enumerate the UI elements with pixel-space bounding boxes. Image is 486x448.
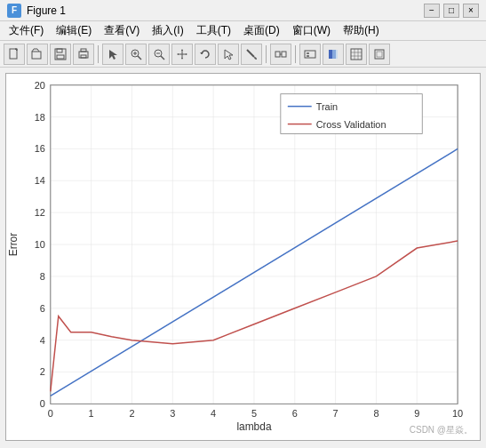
svg-rect-4 [57,49,62,52]
separator-2 [266,45,267,63]
legend-train-label: Train [316,101,339,112]
svg-line-11 [138,56,141,60]
svg-marker-19 [177,53,179,55]
x-tick-5: 5 [251,408,257,419]
svg-rect-5 [57,55,64,59]
x-axis-label: lambda [236,420,272,433]
y-tick-4: 4 [40,335,45,346]
zoom-in-button[interactable] [125,44,147,65]
new-button[interactable] [4,44,25,65]
colorbar-button[interactable] [323,44,344,65]
x-tick-1: 1 [89,408,94,419]
insert-legend-button[interactable] [299,44,321,65]
x-tick-6: 6 [292,408,298,419]
svg-marker-20 [186,53,187,55]
x-tick-0: 0 [48,408,53,419]
zoom-out-button[interactable] [148,44,170,65]
axes-button[interactable] [369,44,390,65]
x-tick-3: 3 [170,408,175,419]
app-icon: F [7,4,21,18]
svg-rect-8 [81,55,86,58]
svg-marker-22 [225,50,233,60]
menu-edit[interactable]: 编辑(E) [51,21,97,40]
y-axis-label: Error [7,233,20,257]
minimize-button[interactable]: − [424,4,440,18]
y-tick-6: 6 [40,303,45,314]
title-bar: F Figure 1 − □ × [0,0,486,21]
menu-view[interactable]: 查看(V) [99,21,145,40]
y-tick-18: 18 [35,112,45,123]
svg-rect-7 [81,49,86,52]
window-controls: − □ × [424,4,479,18]
svg-line-23 [247,50,254,57]
link-button[interactable] [270,44,291,65]
grid-button[interactable] [346,44,367,65]
save-button[interactable] [50,44,71,65]
svg-rect-2 [32,52,41,59]
y-tick-2: 2 [40,366,45,377]
y-tick-16: 16 [35,143,45,154]
pointer-button[interactable] [102,44,123,65]
y-tick-10: 10 [35,239,45,250]
y-tick-8: 8 [40,271,45,282]
chart-container: 0 1 2 3 4 5 6 7 8 9 10 lambda 0 2 4 6 8 [6,74,480,440]
brush-button[interactable] [241,44,262,65]
svg-rect-27 [305,51,315,58]
svg-rect-25 [282,52,286,57]
separator-3 [295,45,296,63]
svg-rect-32 [336,50,338,59]
svg-rect-24 [275,52,280,57]
svg-rect-31 [332,50,336,59]
svg-rect-33 [351,49,362,60]
menu-tools[interactable]: 工具(T) [191,21,236,40]
menu-desktop[interactable]: 桌面(D) [238,21,285,40]
toolbar [0,41,486,68]
y-tick-20: 20 [35,80,45,91]
svg-marker-21 [200,52,203,54]
svg-marker-9 [109,50,117,60]
svg-rect-0 [10,49,17,59]
menu-insert[interactable]: 插入(I) [147,21,188,40]
x-tick-10: 10 [452,408,463,419]
x-tick-7: 7 [333,408,339,419]
close-button[interactable]: × [463,4,479,18]
x-tick-4: 4 [211,408,216,419]
svg-marker-18 [181,58,183,60]
watermark: CSDN @星焱。 [410,424,473,436]
rotate-button[interactable] [195,44,216,65]
open-button[interactable] [27,44,48,65]
legend-cv-label: Cross Validation [316,119,386,130]
y-tick-0: 0 [40,398,45,409]
svg-marker-17 [181,49,183,51]
menu-window[interactable]: 窗口(W) [287,21,336,40]
pan-button[interactable] [171,44,193,65]
svg-rect-30 [329,50,332,59]
x-tick-8: 8 [373,408,378,419]
chart-svg: 0 1 2 3 4 5 6 7 8 9 10 lambda 0 2 4 6 8 [6,74,480,440]
maximize-button[interactable]: □ [443,4,459,18]
y-tick-12: 12 [35,207,45,218]
svg-rect-38 [375,50,384,59]
print-button[interactable] [73,44,94,65]
x-tick-2: 2 [129,408,134,419]
chart-area: 0 1 2 3 4 5 6 7 8 9 10 lambda 0 2 4 6 8 [5,73,481,441]
x-tick-9: 9 [414,408,419,419]
menu-help[interactable]: 帮助(H) [338,21,385,40]
svg-line-15 [161,56,164,60]
window-title: Figure 1 [27,4,66,17]
menu-file[interactable]: 文件(F) [4,21,49,40]
y-tick-14: 14 [35,175,45,186]
menu-bar: 文件(F) 编辑(E) 查看(V) 插入(I) 工具(T) 桌面(D) 窗口(W… [0,21,486,41]
datacursor-button[interactable] [218,44,239,65]
svg-rect-39 [377,52,382,57]
separator-1 [98,45,99,63]
